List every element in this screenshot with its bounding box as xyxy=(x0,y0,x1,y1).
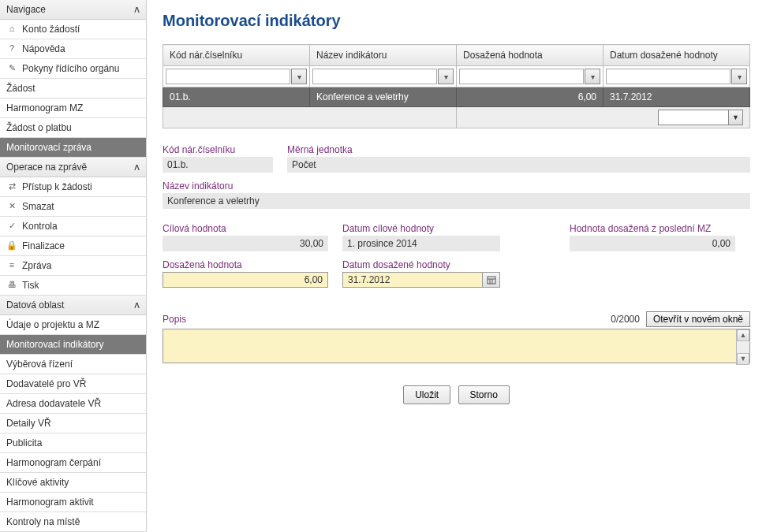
field-dos[interactable]: 6,00 xyxy=(163,272,328,288)
filter-name-button[interactable]: ▾ xyxy=(438,69,454,84)
nav-item-label: Dodavatelé pro VŘ xyxy=(6,378,86,389)
open-new-window-button[interactable]: Otevřít v novém okně xyxy=(646,311,750,327)
nav-item[interactable]: Monitorovací indikátory xyxy=(0,335,146,355)
nav-item-icon: ⌂ xyxy=(6,24,17,33)
nav-item[interactable]: 🔒Finalizace xyxy=(0,236,146,256)
popis-textarea[interactable] xyxy=(163,329,750,363)
nav-item[interactable]: Harmonogram MZ xyxy=(0,99,146,118)
nav-item-label: Konto žádostí xyxy=(22,24,80,35)
field-nazev: Konference a veletrhy xyxy=(163,193,750,209)
col-name[interactable]: Název indikátoru xyxy=(310,45,457,66)
nav-item-icon: ✕ xyxy=(6,201,17,211)
field-kod: 01.b. xyxy=(163,157,273,173)
nav-item[interactable]: Detaily VŘ xyxy=(0,414,146,433)
nav-item[interactable]: Adresa dodavatele VŘ xyxy=(0,394,146,414)
nav-item[interactable]: ✕Smazat xyxy=(0,197,146,217)
grid-data-row[interactable]: 01.b. Konference a veletrhy 6,00 31.7.20… xyxy=(163,87,750,107)
nav-item-label: Detaily VŘ xyxy=(6,418,51,429)
filter-value-button[interactable]: ▾ xyxy=(585,69,600,84)
nav-item-label: Harmonogram aktivit xyxy=(6,497,94,508)
nav-item-label: Publicita xyxy=(6,437,42,448)
save-button[interactable]: Uložit xyxy=(403,385,450,404)
nav-item-icon: ✓ xyxy=(6,221,17,231)
nav-item[interactable]: Harmonogram aktivit xyxy=(0,493,146,512)
nav-item[interactable]: Kontroly na místě xyxy=(0,512,146,532)
textarea-scrollbar[interactable]: ▲ ▼ xyxy=(736,329,749,365)
nav-item-label: Kontrola xyxy=(22,221,58,232)
label-nazev: Název indikátoru xyxy=(163,180,750,192)
cell-name: Konference a veletrhy xyxy=(310,87,457,107)
cell-value: 6,00 xyxy=(457,87,603,107)
col-code[interactable]: Kód nár.číselníku xyxy=(163,45,310,66)
filter-code-button[interactable]: ▾ xyxy=(291,69,307,84)
filter-date-button[interactable]: ▾ xyxy=(731,69,747,84)
svg-rect-0 xyxy=(488,277,495,284)
chevron-up-icon[interactable]: ʌ xyxy=(134,162,140,173)
filter-date-input[interactable] xyxy=(606,69,731,84)
grid-footer-row: ▼ xyxy=(163,107,750,128)
chevron-up-icon[interactable]: ʌ xyxy=(134,299,140,311)
col-date[interactable]: Datum dosažené hodnoty xyxy=(603,45,750,66)
nav-item-icon: 🖶 xyxy=(6,280,17,289)
nav-item-icon: ⇄ xyxy=(6,181,17,192)
label-kod: Kód nár.číselníku xyxy=(163,144,273,155)
nav-item-label: Přístup k žádosti xyxy=(22,181,92,192)
nav-item[interactable]: Žádost o platbu xyxy=(0,118,146,138)
nav-item[interactable]: ⌂Konto žádostí xyxy=(0,20,146,39)
nav-item[interactable]: ≡Zpráva xyxy=(0,256,146,276)
calendar-icon xyxy=(487,275,496,285)
footer-aggregate-dropdown[interactable]: ▼ xyxy=(729,110,743,125)
label-dos: Dosažená hodnota xyxy=(163,259,328,270)
nav-item-label: Kontroly na místě xyxy=(6,516,80,527)
calendar-button[interactable] xyxy=(483,272,500,288)
nav-item-label: Harmonogram čerpání xyxy=(6,457,101,468)
filter-code-input[interactable] xyxy=(166,69,290,84)
nav-item[interactable]: ✎Pokyny řídícího orgánu xyxy=(0,59,146,79)
nav-item[interactable]: Výběrová řízení xyxy=(0,355,146,374)
cancel-button[interactable]: Storno xyxy=(458,385,510,404)
nav-item-icon: ≡ xyxy=(6,260,17,270)
nav-item[interactable]: Monitorovací zpráva xyxy=(0,138,146,158)
nav-item-label: Monitorovací indikátory xyxy=(6,339,103,350)
scroll-up-icon[interactable]: ▲ xyxy=(737,329,749,341)
filter-value-input[interactable] xyxy=(459,69,584,84)
nav-section-header[interactable]: Operace na zprávěʌ xyxy=(0,158,146,177)
nav-item[interactable]: Harmonogram čerpání xyxy=(0,453,146,473)
field-mj: Počet xyxy=(287,157,750,173)
nav-section-header[interactable]: Datová oblastʌ xyxy=(0,296,146,315)
nav-item-label: Nápověda xyxy=(22,43,65,54)
detail-form: Kód nár.číselníku 01.b. Měrná jednotka P… xyxy=(163,144,750,404)
nav-item-label: Harmonogram MZ xyxy=(6,102,83,113)
scroll-down-icon[interactable]: ▼ xyxy=(737,353,749,365)
label-dcil: Datum cílové hodnoty xyxy=(342,223,500,234)
label-popis: Popis xyxy=(163,314,611,325)
label-cil: Cílová hodnota xyxy=(163,223,328,234)
field-ddos[interactable]: 31.7.2012 xyxy=(342,272,483,288)
nav-item[interactable]: Údaje o projektu a MZ xyxy=(0,315,146,335)
nav-item[interactable]: ✓Kontrola xyxy=(0,217,146,236)
cell-code: 01.b. xyxy=(163,87,310,107)
nav-item-label: Monitorovací zpráva xyxy=(6,142,92,153)
nav-item[interactable]: ⇄Přístup k žádosti xyxy=(0,177,146,197)
grid-header-row: Kód nár.číselníku Název indikátoru Dosaž… xyxy=(163,45,750,66)
nav-item[interactable]: ?Nápověda xyxy=(0,39,146,59)
nav-item-label: Pokyny řídícího orgánu xyxy=(22,63,119,74)
nav-item-label: Tisk xyxy=(22,280,39,291)
nav-item-label: Klíčové aktivity xyxy=(6,477,69,488)
cell-date: 31.7.2012 xyxy=(603,87,750,107)
label-ddos: Datum dosažené hodnoty xyxy=(342,259,500,270)
filter-name-input[interactable] xyxy=(312,69,437,84)
chevron-up-icon[interactable]: ʌ xyxy=(134,4,140,15)
col-value[interactable]: Dosažená hodnota xyxy=(457,45,603,66)
nav-item[interactable]: Klíčové aktivity xyxy=(0,473,146,493)
nav-item-label: Údaje o projektu a MZ xyxy=(6,319,99,330)
nav-item-label: Finalizace xyxy=(22,240,65,251)
footer-aggregate-input[interactable] xyxy=(658,110,729,125)
nav-item-label: Výběrová řízení xyxy=(6,359,73,370)
nav-item[interactable]: 🖶Tisk xyxy=(0,276,146,296)
nav-item[interactable]: Žádost xyxy=(0,79,146,99)
nav-section-header[interactable]: Navigaceʌ xyxy=(0,0,146,20)
nav-item[interactable]: Publicita xyxy=(0,433,146,453)
field-hdmz: 0,00 xyxy=(570,236,735,251)
nav-item[interactable]: Dodavatelé pro VŘ xyxy=(0,374,146,394)
